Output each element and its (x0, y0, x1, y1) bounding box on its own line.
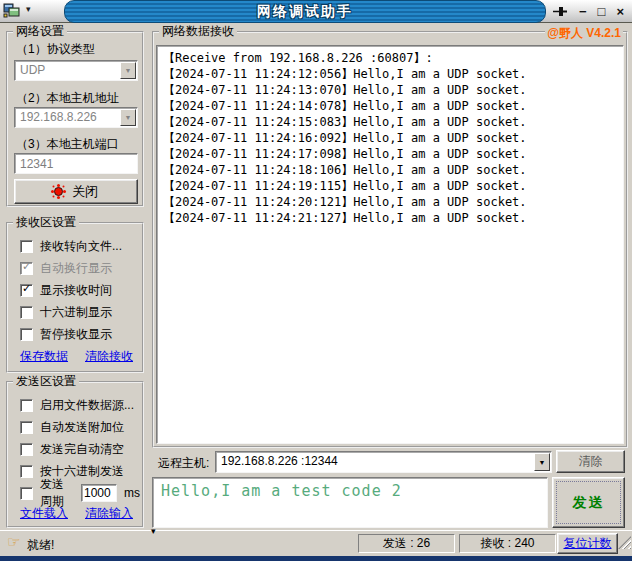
send-input[interactable]: Hello,I am a test code 2 (152, 477, 548, 528)
checkbox-icon (20, 328, 33, 341)
receive-log[interactable]: 【Receive from 192.168.8.226 :60807】:【202… (156, 45, 624, 444)
receive-option-checkbox[interactable]: 十六进制显示 (12, 301, 140, 323)
checkbox-icon (20, 443, 33, 456)
status-bar: ☞ 就绪! ▾ 发送 : 26 接收 : 240 复位计数 (0, 530, 632, 556)
reset-count-button[interactable]: 复位计数 (557, 533, 618, 554)
receive-option-checkbox[interactable]: 接收转向文件... (12, 235, 140, 257)
close-window-button[interactable]: × (616, 3, 624, 21)
checkbox-label: 十六进制显示 (40, 304, 112, 321)
log-line: 【2024-07-11 11:24:18:106】Hello,I am a UD… (163, 162, 617, 178)
protocol-select[interactable]: UDP ▼ (14, 60, 138, 81)
checkbox-icon (20, 306, 33, 319)
checkbox-icon (20, 487, 33, 500)
checkbox-icon (20, 284, 33, 297)
connection-led-icon (54, 187, 63, 196)
log-line: 【2024-07-11 11:24:19:115】Hello,I am a UD… (163, 178, 617, 194)
receive-option-checkbox[interactable]: 自动换行显示 (12, 257, 140, 279)
send-option-checkbox[interactable]: 启用文件数据源... (12, 394, 140, 416)
log-line: 【Receive from 192.168.8.226 :60807】: (163, 50, 617, 66)
clear-button[interactable]: 清除 (556, 450, 625, 473)
checkbox-label: 显示接收时间 (40, 282, 112, 299)
remote-host-label: 远程主机: (158, 455, 209, 472)
checkbox-icon (20, 262, 33, 275)
maximize-button[interactable]: □ (598, 3, 606, 21)
load-file-link[interactable]: 文件载入 (20, 505, 68, 522)
app-icon[interactable] (3, 3, 21, 19)
local-port-input[interactable] (14, 153, 138, 174)
group-title: 接收区设置 (13, 215, 79, 229)
remote-host-select[interactable]: 192.168.8.226 :12344 ▼ (215, 451, 552, 473)
group-title: 网络数据接收 (159, 24, 237, 38)
receive-option-checkbox[interactable]: 显示接收时间 (12, 279, 140, 301)
send-option-checkbox[interactable]: 按十六进制发送 (12, 460, 140, 482)
window-menu-arrow-icon[interactable]: ▾ (26, 4, 31, 14)
splitter-arrow-icon[interactable]: ▾ (151, 526, 156, 536)
local-port-label: （3）本地主机端口 (16, 136, 119, 153)
save-data-link[interactable]: 保存数据 (20, 348, 68, 365)
combo-arrow-icon[interactable]: ▼ (120, 62, 136, 79)
checkbox-icon (20, 465, 33, 478)
clear-receive-link[interactable]: 清除接收 (85, 348, 133, 365)
bottom-edge (0, 556, 632, 561)
send-option-checkbox[interactable]: 发送完自动清空 (12, 438, 140, 460)
checkbox-icon (20, 421, 33, 434)
log-line: 【2024-07-11 11:24:16:092】Hello,I am a UD… (163, 130, 617, 146)
log-line: 【2024-07-11 11:24:15:083】Hello,I am a UD… (163, 114, 617, 130)
title-bar[interactable]: ▾ 网络调试助手 − □ × (0, 0, 632, 23)
checkbox-label: 启用文件数据源... (40, 397, 134, 414)
combo-arrow-icon[interactable]: ▼ (534, 453, 550, 471)
version-label: @野人 V4.2.1 (545, 25, 623, 42)
log-line: 【2024-07-11 11:24:20:121】Hello,I am a UD… (163, 194, 617, 210)
send-period-checkbox[interactable]: 发送周期 ms (12, 482, 140, 504)
group-title: 网络设置 (13, 24, 67, 38)
resize-grip[interactable] (618, 536, 631, 549)
receive-option-checkbox[interactable]: 暂停接收显示 (12, 323, 140, 345)
checkbox-label: 接收转向文件... (40, 238, 122, 255)
pin-icon[interactable] (553, 5, 568, 18)
local-host-label: （2）本地主机地址 (16, 90, 119, 107)
log-line: 【2024-07-11 11:24:21:127】Hello,I am a UD… (163, 210, 617, 226)
minimize-button[interactable]: − (579, 3, 587, 21)
hand-pointer-icon: ☞ (7, 533, 20, 551)
window-title: 网络调试助手 (257, 3, 353, 21)
checkbox-label: 自动换行显示 (40, 260, 112, 277)
log-line: 【2024-07-11 11:24:14:078】Hello,I am a UD… (163, 98, 617, 114)
checkbox-icon (20, 399, 33, 412)
status-text: 就绪! (27, 537, 54, 554)
send-button[interactable]: 发送 (552, 477, 625, 528)
log-line: 【2024-07-11 11:24:13:070】Hello,I am a UD… (163, 82, 617, 98)
period-input[interactable] (81, 484, 117, 502)
send-option-checkbox[interactable]: 自动发送附加位 (12, 416, 140, 438)
checkbox-label: 自动发送附加位 (40, 419, 124, 436)
receive-settings-group: 接收区设置 接收转向文件... 自动换行显示 显示接收时间 十六进制显示 暂停接… (6, 222, 144, 373)
period-unit-label: ms (124, 486, 140, 500)
combo-arrow-icon[interactable]: ▼ (120, 109, 136, 126)
network-settings-group: 网络设置 （1）协议类型 UDP ▼ （2）本地主机地址 192.168.8.2… (6, 31, 144, 207)
app-window: ▾ 网络调试助手 − □ × 网络设置 （1）协议类型 UDP ▼ （2）本地主… (0, 0, 632, 561)
checkbox-label: 暂停接收显示 (40, 326, 112, 343)
group-title: 发送区设置 (13, 374, 79, 388)
disconnect-button[interactable]: 关闭 (14, 179, 138, 204)
local-host-select[interactable]: 192.168.8.226 ▼ (14, 107, 138, 128)
checkbox-label: 发送完自动清空 (40, 441, 124, 458)
log-line: 【2024-07-11 11:24:17:098】Hello,I am a UD… (163, 146, 617, 162)
sent-counter: 发送 : 26 (358, 534, 455, 553)
title-band: 网络调试助手 (64, 0, 546, 23)
protocol-label: （1）协议类型 (16, 41, 95, 58)
send-settings-group: 启用文件数据源... 自动发送附加位 发送完自动清空 按十六进制发送 发送周期 … (6, 381, 144, 528)
clear-input-link[interactable]: 清除输入 (85, 505, 133, 522)
log-line: 【2024-07-11 11:24:12:056】Hello,I am a UD… (163, 66, 617, 82)
checkbox-icon (20, 240, 33, 253)
received-counter: 接收 : 240 (459, 534, 556, 553)
